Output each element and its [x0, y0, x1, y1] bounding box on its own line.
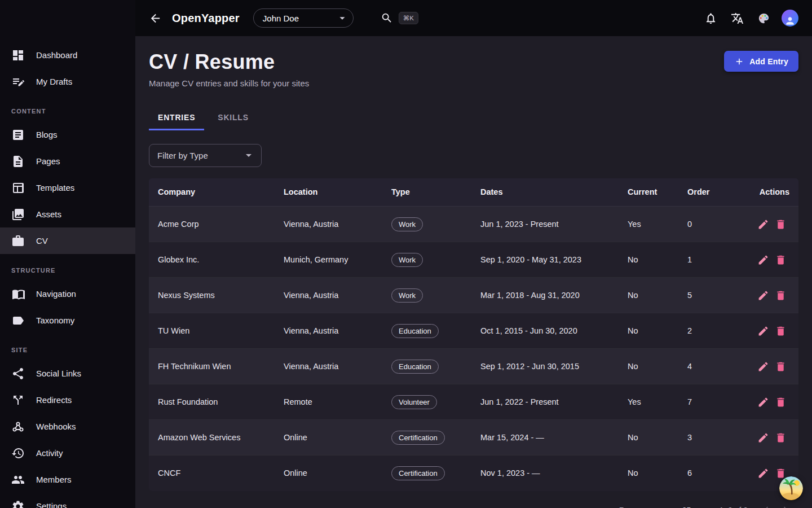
- cell-actions: [742, 384, 798, 420]
- rows-per-page-value: 25: [682, 506, 691, 508]
- cell-location: Vienna, Austria: [275, 278, 382, 313]
- cell-company: Globex Inc.: [149, 242, 275, 278]
- search-button[interactable]: ⌘K: [377, 11, 422, 25]
- sidebar-item-assets[interactable]: Assets: [0, 201, 135, 227]
- sidebar-item-label: My Drafts: [36, 77, 72, 86]
- settings-icon: [11, 500, 25, 508]
- island-button[interactable]: [779, 476, 803, 500]
- sidebar-item-settings[interactable]: Settings: [0, 493, 135, 508]
- cv-entries-table: CompanyLocationTypeDatesCurrentOrderActi…: [149, 178, 798, 491]
- sidebar-item-taxonomy[interactable]: Taxonomy: [0, 307, 135, 334]
- notifications-button[interactable]: [702, 10, 720, 27]
- sidebar-item-label: Webhooks: [36, 422, 76, 431]
- edit-icon: [757, 254, 769, 266]
- edit-icon: [757, 396, 769, 408]
- cell-company: Nexus Systems: [149, 278, 275, 313]
- delete-icon: [775, 361, 787, 373]
- previous-page-button[interactable]: [757, 500, 776, 508]
- site-selector[interactable]: John Doe: [253, 8, 354, 28]
- cell-order: 4: [678, 349, 742, 384]
- next-page-button[interactable]: [776, 500, 795, 508]
- add-entry-button[interactable]: Add Entry: [724, 51, 798, 72]
- column-header-actions: Actions: [742, 178, 798, 207]
- avatar[interactable]: [782, 10, 798, 27]
- sidebar-item-label: Dashboard: [36, 50, 77, 60]
- back-button[interactable]: [147, 10, 164, 27]
- edit-button[interactable]: [754, 251, 772, 269]
- sidebar-item-templates[interactable]: Templates: [0, 174, 135, 201]
- edit-icon: [757, 467, 769, 479]
- delete-button[interactable]: [772, 287, 789, 304]
- sidebar-item-members[interactable]: Members: [0, 466, 135, 493]
- translate-button[interactable]: [729, 10, 746, 27]
- sidebar-item-blogs[interactable]: Blogs: [0, 121, 135, 148]
- sidebar-item-dashboard[interactable]: Dashboard: [0, 42, 135, 68]
- column-header-order: Order: [678, 178, 742, 207]
- cell-order: 7: [678, 384, 742, 420]
- edit-note-icon: [11, 75, 25, 89]
- main-column: OpenYapper John Doe ⌘K CV / Resume Manag…: [135, 0, 812, 508]
- cell-order: 0: [678, 207, 742, 242]
- column-header-current: Current: [619, 178, 678, 207]
- cell-type: Volunteer: [382, 384, 471, 420]
- tab-entries[interactable]: ENTRIES: [149, 107, 204, 130]
- topbar: OpenYapper John Doe ⌘K: [135, 0, 812, 36]
- edit-button[interactable]: [754, 287, 772, 304]
- person-icon: [784, 15, 796, 27]
- type-badge: Education: [391, 324, 439, 338]
- filter-by-type-select[interactable]: Filter by Type: [149, 144, 262, 167]
- sidebar-item-cv[interactable]: CV: [0, 227, 135, 254]
- edit-button[interactable]: [754, 322, 772, 340]
- sidebar-item-navigation[interactable]: Navigation: [0, 281, 135, 307]
- cell-location: Online: [275, 420, 382, 456]
- delete-button[interactable]: [772, 216, 789, 233]
- edit-icon: [757, 325, 769, 337]
- edit-button[interactable]: [754, 429, 772, 446]
- photo-library-icon: [11, 208, 25, 221]
- pagination: Rows per page: 25 1–8 of 8: [149, 491, 798, 508]
- cell-current: No: [619, 278, 678, 313]
- edit-button[interactable]: [754, 393, 772, 411]
- cell-dates: Jun 1, 2023 - Present: [471, 207, 619, 242]
- sidebar-item-label: Templates: [36, 183, 74, 192]
- tabs: ENTRIESSKILLS: [149, 107, 798, 130]
- table-row: TU WienVienna, AustriaEducationOct 1, 20…: [149, 313, 798, 349]
- edit-button[interactable]: [754, 216, 772, 233]
- table-row: Rust FoundationRemoteVolunteerJun 1, 202…: [149, 384, 798, 420]
- chevron-left-icon: [760, 503, 773, 508]
- sidebar-item-webhooks[interactable]: Webhooks: [0, 413, 135, 440]
- delete-button[interactable]: [772, 393, 789, 411]
- delete-button[interactable]: [772, 251, 789, 269]
- delete-icon: [775, 396, 787, 408]
- brand: OpenYapper: [172, 12, 240, 25]
- type-badge: Volunteer: [391, 395, 437, 409]
- palette-button[interactable]: [755, 10, 773, 27]
- delete-button[interactable]: [772, 429, 789, 446]
- sidebar-item-activity[interactable]: Activity: [0, 440, 135, 466]
- rows-per-page-select[interactable]: 25: [682, 505, 704, 508]
- share-icon: [11, 367, 25, 380]
- menu-book-icon: [11, 287, 25, 301]
- table-row: FH Technikum WienVienna, AustriaEducatio…: [149, 349, 798, 384]
- sidebar-item-social-links[interactable]: Social Links: [0, 360, 135, 387]
- people-icon: [11, 473, 25, 487]
- cell-order: 1: [678, 242, 742, 278]
- delete-button[interactable]: [772, 358, 789, 375]
- sidebar-item-my-drafts[interactable]: My Drafts: [0, 68, 135, 95]
- table-row: Amazon Web ServicesOnlineCertificationMa…: [149, 420, 798, 456]
- sidebar-item-label: CV: [36, 236, 48, 246]
- sidebar-item-redirects[interactable]: Redirects: [0, 387, 135, 413]
- table-header-row: CompanyLocationTypeDatesCurrentOrderActi…: [149, 178, 798, 207]
- tab-skills[interactable]: SKILLS: [209, 107, 258, 130]
- edit-icon: [757, 290, 769, 301]
- cell-current: Yes: [619, 384, 678, 420]
- delete-button[interactable]: [772, 322, 789, 340]
- chevron-right-icon: [779, 503, 792, 508]
- description-icon: [11, 155, 25, 168]
- sidebar-section-content: CONTENT: [0, 102, 135, 121]
- edit-button[interactable]: [754, 465, 772, 482]
- cell-current: No: [619, 349, 678, 384]
- edit-button[interactable]: [754, 358, 772, 375]
- cell-dates: Nov 1, 2023 - —: [471, 456, 619, 491]
- sidebar-item-pages[interactable]: Pages: [0, 148, 135, 174]
